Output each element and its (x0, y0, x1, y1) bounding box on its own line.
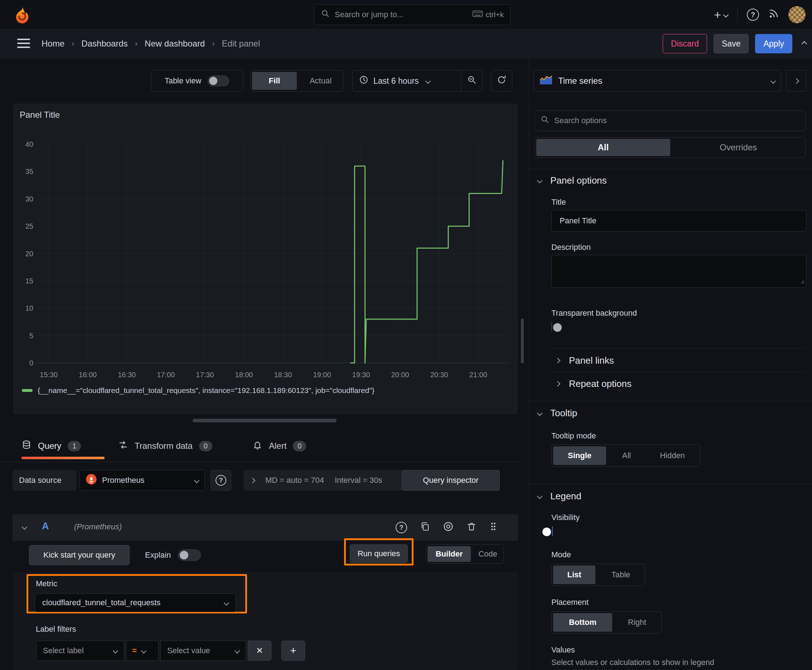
breadcrumb-dashboards[interactable]: Dashboards (81, 39, 127, 49)
search-input[interactable] (334, 10, 468, 20)
fill-option[interactable]: Fill (252, 72, 297, 90)
legend-placement-bottom[interactable]: Bottom (553, 613, 612, 632)
kick-start-label: Kick start your query (43, 550, 115, 560)
query-ref-id[interactable]: A (42, 521, 49, 532)
explain-control: Explain (145, 545, 201, 565)
time-series-chart[interactable]: 15:3016:0016:3017:0017:3018:0018:3019:00… (17, 139, 513, 389)
panel-title-input[interactable] (559, 216, 799, 226)
code-option[interactable]: Code (472, 545, 503, 563)
legend-header[interactable]: Legend (538, 488, 581, 504)
toggle-visibility-icon[interactable] (443, 521, 454, 534)
save-button[interactable]: Save (714, 34, 749, 53)
tab-all[interactable]: All (536, 139, 670, 156)
panel-options-header[interactable]: Panel options (538, 173, 607, 188)
panel-title[interactable]: Panel Title (20, 110, 60, 120)
tab-transform-data[interactable]: Transform data 0 (118, 433, 212, 459)
global-search-box[interactable]: ctrl+k (314, 4, 510, 25)
time-range-picker[interactable]: Last 6 hours (353, 71, 461, 91)
stats-interval: Interval = 30s (335, 475, 382, 485)
legend-series-label[interactable]: {__name__="cloudflared_tunnel_total_requ… (37, 386, 375, 395)
legend-mode-table[interactable]: Table (597, 564, 645, 585)
legend-placement-label: Placement (551, 598, 588, 607)
chevron-down-icon (537, 410, 543, 416)
panel-links-title: Panel links (569, 355, 614, 366)
metric-select[interactable]: cloudflared_tunnel_total_requests (35, 594, 236, 612)
panel-title-field[interactable] (551, 210, 806, 232)
help-icon[interactable]: ? (747, 8, 759, 21)
add-new-button[interactable]: + (714, 8, 728, 21)
tooltip-hidden-option[interactable]: Hidden (646, 445, 699, 466)
chevron-down-icon (537, 178, 543, 183)
transparent-background-label: Transparent background (551, 308, 637, 318)
description-field[interactable] (551, 255, 806, 288)
resize-handle-icon[interactable] (800, 277, 805, 286)
breadcrumb-new-dashboard[interactable]: New dashboard (145, 39, 205, 49)
remove-filter-button[interactable]: ✕ (248, 641, 271, 661)
select-value-dropdown[interactable]: Select value (160, 641, 246, 661)
legend-visibility-toggle[interactable] (552, 526, 553, 536)
actual-option[interactable]: Actual (298, 71, 343, 91)
discard-button[interactable]: Discard (663, 34, 707, 53)
legend-placement-right[interactable]: Right (614, 612, 661, 633)
vertical-scrollbar-thumb[interactable] (521, 318, 524, 363)
operator-dropdown[interactable]: = (126, 641, 159, 661)
delete-query-icon[interactable] (466, 521, 476, 534)
top-navigation-bar: ctrl+k + ? (0, 0, 812, 29)
svg-text:18:30: 18:30 (274, 371, 292, 379)
tab-query-label: Query (38, 441, 61, 451)
news-icon[interactable] (768, 8, 779, 21)
plus-icon: + (714, 8, 721, 21)
description-input[interactable] (552, 255, 806, 288)
query-inspector-button[interactable]: Query inspector (402, 470, 500, 491)
select-label-dropdown[interactable]: Select label (36, 641, 124, 661)
zoom-out-button[interactable] (461, 71, 482, 91)
transparent-background-toggle[interactable] (551, 322, 552, 332)
zoom-out-icon (467, 75, 476, 86)
collapse-options-pane-button[interactable] (786, 70, 806, 91)
datasource-help-button[interactable]: ? (210, 470, 231, 491)
tab-overrides[interactable]: Overrides (672, 137, 805, 157)
query-row-header[interactable]: A (Prometheus) ? (12, 514, 518, 541)
tooltip-all-option[interactable]: All (608, 445, 646, 466)
collapse-query-icon[interactable] (22, 524, 27, 530)
visualization-picker[interactable]: Time series (534, 70, 781, 91)
avatar[interactable] (788, 6, 805, 23)
options-search-box[interactable] (534, 110, 805, 131)
builder-option[interactable]: Builder (427, 546, 471, 562)
datasource-picker[interactable]: Prometheus (80, 470, 205, 491)
add-filter-button[interactable]: + (281, 641, 305, 661)
breadcrumb-home[interactable]: Home (42, 39, 64, 49)
chevron-right-icon[interactable] (250, 477, 256, 483)
legend-mode-list[interactable]: List (553, 565, 595, 584)
breadcrumb-separator: › (134, 39, 139, 48)
collapse-header-icon[interactable] (802, 41, 807, 47)
apply-button[interactable]: Apply (755, 34, 792, 53)
table-view-toggle[interactable] (208, 76, 229, 86)
query-help-icon[interactable]: ? (396, 522, 407, 533)
grafana-logo-icon[interactable] (13, 5, 32, 27)
tooltip-header[interactable]: Tooltip (538, 405, 577, 421)
bell-icon (253, 440, 263, 452)
legend-placement-switch: Bottom Right (551, 611, 662, 633)
repeat-options-section[interactable]: Repeat options (556, 376, 632, 392)
options-search-input[interactable] (554, 116, 800, 126)
tab-alert[interactable]: Alert 0 (253, 433, 306, 459)
stats-max-datapoints: MD = auto = 704 (265, 475, 324, 485)
tab-alert-label: Alert (269, 441, 286, 451)
panel-links-section[interactable]: Panel links (556, 352, 614, 368)
duplicate-query-icon[interactable] (420, 521, 430, 534)
tab-query[interactable]: Query 1 (22, 433, 81, 459)
horizontal-scrollbar-thumb[interactable] (193, 419, 337, 422)
select-value-placeholder: Select value (167, 646, 235, 655)
visualization-value: Time series (558, 76, 765, 86)
kick-start-query-button[interactable]: Kick start your query (29, 545, 130, 565)
drag-handle-icon[interactable] (490, 521, 497, 534)
chevron-down-icon (537, 493, 543, 499)
tooltip-mode-switch: Single All Hidden (551, 445, 700, 467)
tooltip-single-option[interactable]: Single (553, 446, 606, 465)
menu-icon[interactable] (17, 39, 30, 48)
refresh-button[interactable] (491, 70, 512, 91)
explain-toggle[interactable] (178, 549, 201, 561)
svg-text:20:30: 20:30 (431, 371, 448, 379)
run-queries-button[interactable]: Run queries (350, 544, 408, 563)
